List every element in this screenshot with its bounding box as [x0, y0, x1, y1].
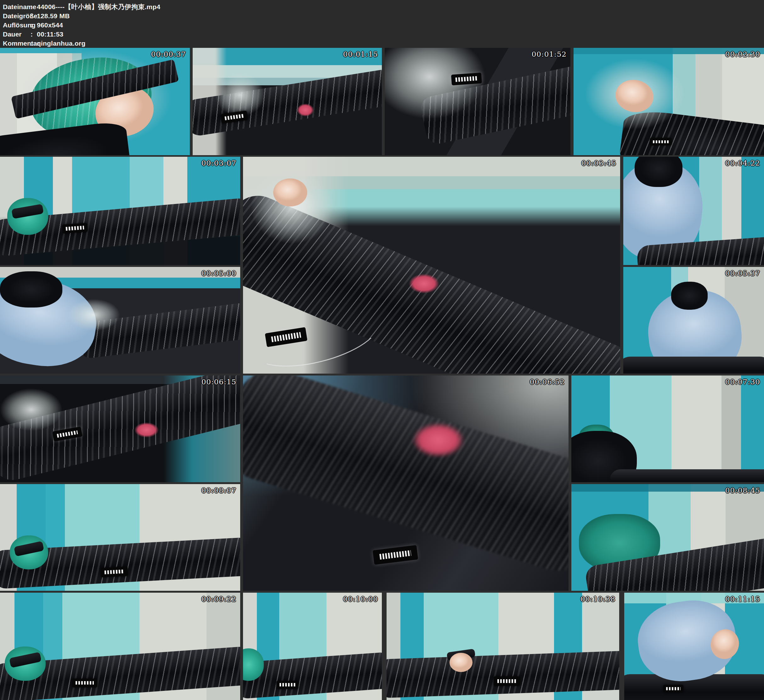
meta-label: Dateiname [3, 2, 31, 11]
scene-shape [671, 282, 708, 309]
meta-separator: : [31, 11, 37, 20]
meta-separator: : [31, 30, 37, 39]
video-thumbnail-18: 00:11:15 [624, 593, 764, 700]
meta-separator: : [31, 2, 37, 11]
timestamp-overlay: 00:02:30 [725, 50, 760, 58]
scene-timer-phone [276, 681, 298, 689]
scene-shape [297, 103, 314, 116]
meta-row-duration: Dauer:00:11:53 [3, 30, 764, 39]
meta-separator: : [31, 39, 37, 48]
timestamp-overlay: 00:05:37 [725, 269, 760, 277]
video-thumbnail-12: 00:07:30 [571, 376, 764, 482]
scene-timer-phone [650, 138, 672, 146]
video-thumbnail-16: 00:10:00 [243, 593, 382, 700]
meta-label: Auflösung [3, 20, 31, 30]
video-thumbnail-11: 00:06:52 [243, 376, 568, 591]
timestamp-overlay: 00:01:52 [532, 50, 567, 58]
video-thumbnail-2: 00:01:15 [193, 48, 382, 155]
meta-label: Dateigröße [3, 11, 31, 20]
scene-shape [243, 651, 382, 699]
timestamp-overlay: 00:03:45 [581, 159, 616, 167]
video-thumbnail-6: 00:03:45 [243, 157, 620, 374]
scene-shape [215, 74, 265, 116]
scene-shape [135, 423, 158, 437]
scene-shape [409, 274, 439, 293]
video-thumbnail-3: 00:01:52 [385, 48, 570, 155]
video-thumbnail-15: 00:09:22 [0, 593, 240, 700]
scene-timer-phone [663, 685, 683, 692]
video-thumbnail-13: 00:08:07 [0, 484, 240, 591]
timestamp-overlay: 00:04:22 [725, 159, 760, 167]
video-thumbnail-17: 00:10:38 [387, 593, 619, 700]
timestamp-overlay: 00:06:15 [202, 378, 236, 386]
scene-timer-phone [72, 679, 97, 687]
timestamp-overlay: 00:10:00 [343, 595, 378, 603]
scene-shape [623, 357, 764, 374]
scene-shape [610, 469, 764, 482]
scene-shape [635, 157, 683, 187]
scene-timer-phone [493, 677, 520, 686]
timestamp-overlay: 00:10:38 [581, 595, 615, 603]
video-thumbnail-10: 00:06:15 [0, 376, 240, 482]
meta-label: Dauer [3, 30, 31, 39]
video-thumbnail-5: 00:03:07 [0, 157, 240, 265]
timestamp-overlay: 00:08:45 [725, 486, 760, 495]
video-thumbnail-9: 00:05:37 [623, 267, 764, 374]
video-thumbnail-1: 00:00:37 [0, 48, 190, 155]
scene-shape [273, 179, 307, 207]
meta-separator: : [31, 20, 37, 30]
video-thumbnail-14: 00:08:45 [571, 484, 764, 591]
video-contact-sheet: Dateiname:44006----【叶小柚】强制木乃伊拘束.mp4 Date… [0, 0, 764, 700]
timestamp-overlay: 00:06:52 [530, 378, 565, 386]
meta-value-duration: 00:11:53 [37, 31, 64, 38]
timestamp-overlay: 00:01:15 [343, 50, 378, 58]
meta-value-filesize: 128.59 MB [37, 12, 70, 19]
scene-shape [449, 653, 473, 672]
file-metadata-header: Dateiname:44006----【叶小柚】强制木乃伊拘束.mp4 Date… [0, 0, 764, 48]
meta-row-filesize: Dateigröße:128.59 MB [3, 11, 764, 20]
video-thumbnail-8: 00:05:00 [0, 267, 240, 374]
video-thumbnail-4: 00:02:30 [573, 48, 764, 155]
scene-shape [387, 651, 619, 698]
meta-row-resolution: Auflösung:960x544 [3, 20, 764, 30]
timestamp-overlay: 00:11:15 [725, 595, 760, 603]
meta-row-comment: Kommentar:qinglanhua.org [3, 39, 764, 48]
meta-label: Kommentar [3, 39, 31, 48]
scene-shape [412, 423, 464, 457]
scene-shape [0, 388, 62, 431]
timestamp-overlay: 00:03:07 [202, 159, 236, 167]
scene-timer-phone [101, 567, 128, 577]
timestamp-overlay: 00:09:22 [202, 595, 236, 603]
meta-value-resolution: 960x544 [37, 21, 63, 29]
scene-timer-phone [62, 223, 88, 234]
meta-value-comment: qinglanhua.org [37, 40, 85, 47]
video-thumbnail-7: 00:04:22 [623, 157, 764, 265]
scene-timer-phone [373, 545, 418, 565]
timestamp-overlay: 00:08:07 [202, 486, 236, 495]
meta-value-filename: 44006----【叶小柚】强制木乃伊拘束.mp4 [37, 3, 160, 10]
scene-timer-phone [451, 73, 482, 86]
scene-shape [0, 271, 62, 307]
timestamp-overlay: 00:00:37 [151, 50, 186, 58]
timestamp-overlay: 00:05:00 [202, 269, 236, 277]
meta-row-filename: Dateiname:44006----【叶小柚】强制木乃伊拘束.mp4 [3, 2, 764, 11]
scene-shape [67, 299, 120, 331]
timestamp-overlay: 00:07:30 [725, 378, 760, 386]
